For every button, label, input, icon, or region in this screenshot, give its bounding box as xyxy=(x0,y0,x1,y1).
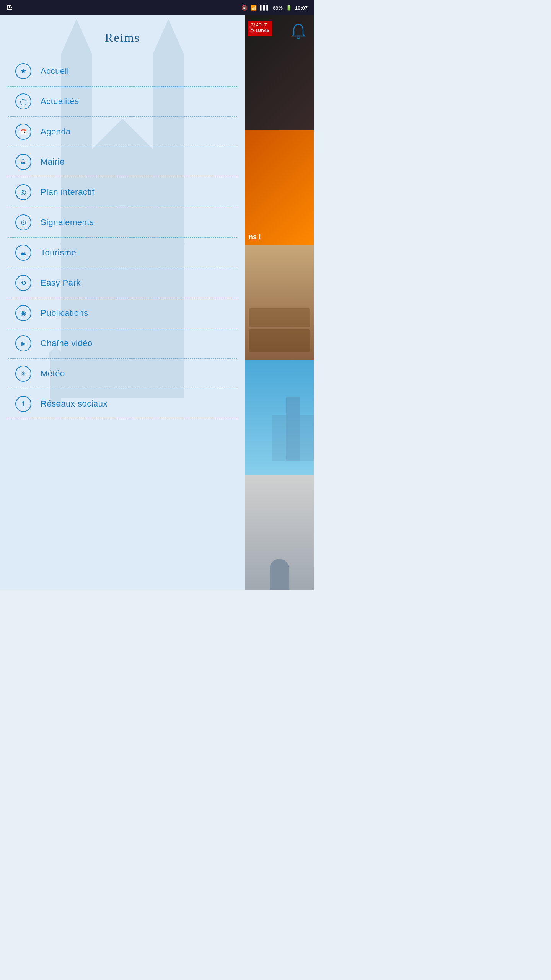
battery-percent: 68% xyxy=(273,5,283,11)
clock: 10:07 xyxy=(295,5,308,11)
wifi-icon: 📶 xyxy=(251,5,257,11)
sidebar-item-publications[interactable]: Publications xyxy=(0,298,245,328)
mute-icon: 🔇 xyxy=(241,5,248,11)
food-card[interactable] xyxy=(245,245,314,360)
tourisme-label: Tourisme xyxy=(41,248,76,258)
facebook-icon xyxy=(15,396,31,412)
chaine-video-label: Chaîne vidéo xyxy=(41,338,93,348)
app-title: Reims xyxy=(0,23,245,56)
sidebar-item-agenda[interactable]: Agenda xyxy=(0,117,245,147)
sun-icon xyxy=(15,366,31,382)
event-text: ns ! xyxy=(249,233,261,241)
meteo-label: Météo xyxy=(41,369,65,379)
agenda-icon xyxy=(15,124,31,140)
signalements-label: Signalements xyxy=(41,217,94,227)
sidebar-item-actualites[interactable]: ◯ Actualités xyxy=(0,87,245,116)
sidebar-item-reseaux-sociaux[interactable]: Réseaux sociaux xyxy=(0,389,245,419)
photo-icon: 🖼 xyxy=(6,4,12,11)
star-icon xyxy=(15,63,31,79)
plan-label: Plan interactif xyxy=(41,187,95,197)
sidebar-item-signalements[interactable]: Signalements xyxy=(0,207,245,237)
sky-card[interactable] xyxy=(245,360,314,475)
reseaux-sociaux-label: Réseaux sociaux xyxy=(41,399,108,409)
alert-icon xyxy=(15,214,31,230)
actualites-label: Actualités xyxy=(41,96,79,106)
publications-label: Publications xyxy=(41,308,88,318)
divider-12 xyxy=(8,419,237,419)
sidebar-item-easy-park[interactable]: ↻ Easy Park xyxy=(0,268,245,298)
sidebar-item-accueil[interactable]: Accueil xyxy=(0,56,245,86)
sidebar-item-tourisme[interactable]: Tourisme xyxy=(0,238,245,268)
compass-icon xyxy=(15,184,31,200)
main-layout: Reims Accueil ◯ Actualités Agenda xyxy=(0,15,314,590)
sidebar-item-plan[interactable]: Plan interactif xyxy=(0,177,245,207)
svg-rect-39 xyxy=(272,415,314,461)
status-bar: 🖼 🔇 📶 ▌▌▌ 68% 🔋 10:07 xyxy=(0,0,314,15)
right-panel: 23 AOÛT > 19h45 S ns ! xyxy=(245,15,314,590)
event-card[interactable]: ns ! xyxy=(245,130,314,245)
easy-park-label: Easy Park xyxy=(41,278,81,288)
publications-icon xyxy=(15,305,31,321)
mairie-icon xyxy=(15,154,31,170)
signal-icon: ▌▌▌ xyxy=(260,5,270,10)
sidebar: Reims Accueil ◯ Actualités Agenda xyxy=(0,15,245,590)
accueil-label: Accueil xyxy=(41,66,69,76)
sidebar-item-chaine-video[interactable]: Chaîne vidéo xyxy=(0,328,245,358)
sidebar-content: Reims Accueil ◯ Actualités Agenda xyxy=(0,15,245,427)
notification-bell[interactable] xyxy=(291,23,306,43)
agenda-label: Agenda xyxy=(41,127,71,137)
mairie-label: Mairie xyxy=(41,157,65,167)
mountain-icon xyxy=(15,245,31,261)
news-icon: ◯ xyxy=(15,93,31,109)
play-icon xyxy=(15,335,31,351)
battery-icon: 🔋 xyxy=(286,5,292,11)
right-cards: 23 AOÛT > 19h45 S ns ! xyxy=(245,15,314,590)
sidebar-item-meteo[interactable]: Météo xyxy=(0,359,245,389)
arch-card[interactable] xyxy=(245,475,314,590)
parking-icon: ↻ xyxy=(15,275,31,291)
sidebar-item-mairie[interactable]: Mairie xyxy=(0,147,245,177)
